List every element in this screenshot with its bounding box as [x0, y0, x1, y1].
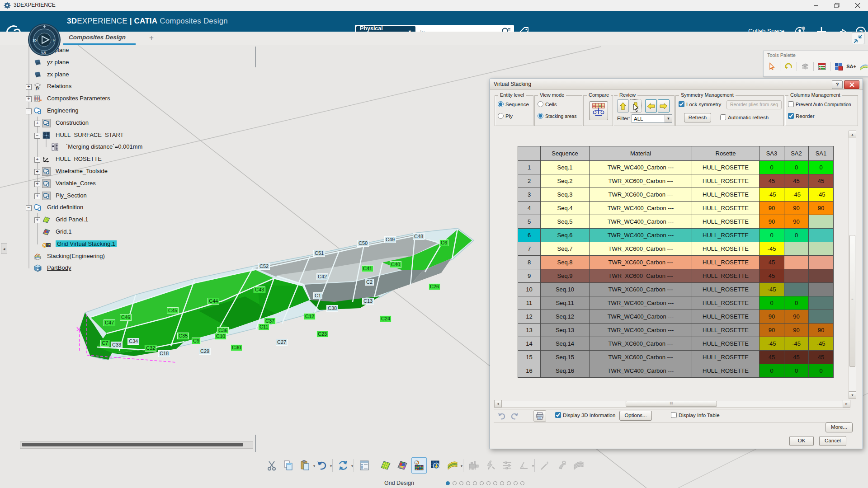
collapse-icon[interactable]: −	[26, 108, 32, 114]
collapse-icon[interactable]: −	[26, 205, 32, 211]
sa1-cell[interactable]	[809, 242, 834, 256]
copy-icon[interactable]	[281, 457, 296, 474]
rosette-cell[interactable]: HULL_ROSETTE	[692, 215, 760, 229]
sequence-cell[interactable]: Seq.2	[541, 174, 590, 188]
plies-color-icon[interactable]	[859, 61, 868, 72]
expand-icon[interactable]: +	[34, 121, 40, 127]
sa2-cell[interactable]	[784, 269, 809, 283]
review-next-button[interactable]	[658, 99, 670, 113]
undo-icon[interactable]: ▾	[314, 457, 330, 474]
print-button[interactable]	[533, 410, 546, 422]
cell-label-c34[interactable]: C34	[127, 338, 139, 345]
add-tab-button[interactable]: +	[149, 33, 154, 42]
automatic-refresh-checkbox[interactable]: Automatic refresh	[720, 114, 769, 120]
table-row-seq-15[interactable]: 15Seq.15TWR_XC600_Carbon ---HULL_ROSETTE…	[518, 351, 834, 364]
tree-item-label[interactable]: Ply_Section	[56, 192, 87, 199]
sa3-cell[interactable]: 90	[760, 202, 784, 215]
pager-dot-4[interactable]	[466, 481, 470, 485]
tree-item-label[interactable]: Construction	[56, 119, 89, 126]
table-vertical-scrollbar[interactable]: ▲ ≡ ▼	[849, 131, 856, 399]
sa2-cell[interactable]: 0	[784, 161, 809, 174]
redo-icon[interactable]	[508, 410, 521, 422]
rosette-cell[interactable]: HULL_ROSETTE	[692, 364, 760, 378]
rosette-cell[interactable]: HULL_ROSETTE	[692, 229, 760, 242]
dropdown-caret-icon[interactable]: ▾	[351, 464, 353, 468]
grid-multicolor-icon[interactable]	[395, 457, 410, 474]
table-horizontal-scrollbar[interactable]: ◄ ⦀⦀ ►	[494, 400, 850, 408]
material-cell[interactable]: TWR_WC400_Carbon ---	[590, 296, 692, 310]
tree-item-construction[interactable]: +Construction	[0, 118, 253, 129]
review-up-button[interactable]	[617, 99, 629, 113]
tree-item-label[interactable]: `Merging distance`=0.001mm	[66, 143, 142, 150]
table-row-seq-1[interactable]: 1Seq.1TWR_WC400_Carbon ---HULL_ROSETTE00…	[518, 161, 834, 174]
column-header-Rosette[interactable]: Rosette	[692, 146, 760, 161]
table-row-seq-14[interactable]: 14Seq.14TWR_XC600_Carbon ---HULL_ROSETTE…	[518, 337, 834, 351]
cell-label-c52[interactable]: C52	[258, 263, 270, 270]
sa1-cell[interactable]: 0	[809, 161, 834, 174]
rosette-cell[interactable]: HULL_ROSETTE	[692, 310, 760, 324]
rosette-cell[interactable]: HULL_ROSETTE	[692, 161, 760, 174]
tree-horizontal-scrollbar[interactable]	[20, 441, 253, 449]
sa2-cell[interactable]: -45	[784, 337, 809, 351]
sa2-cell[interactable]: 0	[784, 229, 809, 242]
column-header-Material[interactable]: Material	[590, 146, 692, 161]
material-cell[interactable]: TWR_XC600_Carbon ---	[590, 188, 692, 202]
tree-item-ply-section[interactable]: +Ply_Section	[0, 191, 253, 202]
cell-label-c29[interactable]: C29	[199, 348, 211, 355]
cell-label-c38[interactable]: C38	[326, 305, 338, 312]
dialog-close-button[interactable]	[844, 80, 859, 89]
collapse-ribbon-button[interactable]	[852, 33, 864, 44]
row-number[interactable]: 11	[518, 296, 541, 310]
expand-icon[interactable]: +	[34, 181, 40, 187]
scroll-right-arrow[interactable]: ►	[843, 400, 850, 408]
material-cell[interactable]: TWR_WC400_Carbon ---	[590, 215, 692, 229]
restore-button[interactable]	[826, 0, 847, 11]
pager-dot-3[interactable]	[459, 481, 463, 485]
pager-dot-11[interactable]	[514, 481, 518, 485]
rosette-cell[interactable]: HULL_ROSETTE	[692, 188, 760, 202]
cell-label-c27[interactable]: C27	[276, 339, 288, 346]
display-info-table-checkbox[interactable]: Display Info Table	[671, 412, 720, 418]
row-number[interactable]: 5	[518, 215, 541, 229]
rosette-cell[interactable]: HULL_ROSETTE	[692, 296, 760, 310]
sa3-cell[interactable]: 45	[760, 269, 784, 283]
refresh-button[interactable]: Refresh	[684, 113, 711, 122]
scroll-up-arrow[interactable]: ▲	[849, 131, 856, 138]
pager-dot-2[interactable]	[453, 481, 457, 485]
rosette-cell[interactable]: HULL_ROSETTE	[692, 337, 760, 351]
column-header-SA1[interactable]: SA1	[809, 146, 834, 161]
material-cell[interactable]: TWR_WC400_Carbon ---	[590, 202, 692, 215]
tree-item-relations[interactable]: +fxRelations	[0, 81, 253, 92]
display-3d-information-checkbox[interactable]: Display 3D Information	[555, 412, 615, 418]
row-number[interactable]: 6	[518, 229, 541, 242]
row-number[interactable]: 7	[518, 242, 541, 256]
tree-item-label[interactable]: Variable_Cores	[56, 180, 96, 187]
close-button[interactable]	[847, 0, 868, 11]
material-cell[interactable]: TWR_XC600_Carbon ---	[590, 351, 692, 364]
row-number[interactable]: 13	[518, 324, 541, 337]
table-row-seq-7[interactable]: 7Seq.7TWR_XC600_Carbon ---HULL_ROSETTE-4…	[518, 242, 834, 256]
collapse-icon[interactable]: −	[34, 133, 40, 139]
sa2-cell[interactable]: 45	[784, 351, 809, 364]
cell-label-c51[interactable]: C51	[313, 250, 325, 257]
cell-label-c26[interactable]: C26	[429, 283, 440, 290]
swap-icon[interactable]	[554, 457, 570, 474]
tab-composites-design[interactable]: Composites Design	[69, 34, 126, 41]
sa1-cell[interactable]	[809, 215, 834, 229]
cell-label-c18[interactable]: C18	[158, 350, 170, 357]
cell-label-c6[interactable]: C6	[439, 239, 448, 246]
cell-label-c43[interactable]: C43	[254, 286, 265, 293]
tree-item-hull-rosette[interactable]: +HULL_ROSETTE	[0, 154, 253, 165]
cut-icon[interactable]	[264, 457, 279, 474]
panels-icon[interactable]	[833, 61, 844, 72]
table-row-seq-10[interactable]: 10Seq.10TWR_XC600_Carbon ---HULL_ROSETTE…	[518, 283, 834, 296]
virtual-stacking-icon[interactable]	[411, 457, 427, 474]
splitter-handle[interactable]	[255, 47, 256, 67]
expand-icon[interactable]: +	[34, 193, 40, 199]
tree-item-label[interactable]: Relations	[47, 83, 71, 89]
sa1-cell[interactable]: 45	[809, 174, 834, 188]
dialog-help-button[interactable]: ?	[832, 80, 843, 89]
radio-cells[interactable]: Cells	[538, 101, 557, 107]
rosette-cell[interactable]: HULL_ROSETTE	[692, 351, 760, 364]
sequence-cell[interactable]: Seq.13	[541, 324, 590, 337]
